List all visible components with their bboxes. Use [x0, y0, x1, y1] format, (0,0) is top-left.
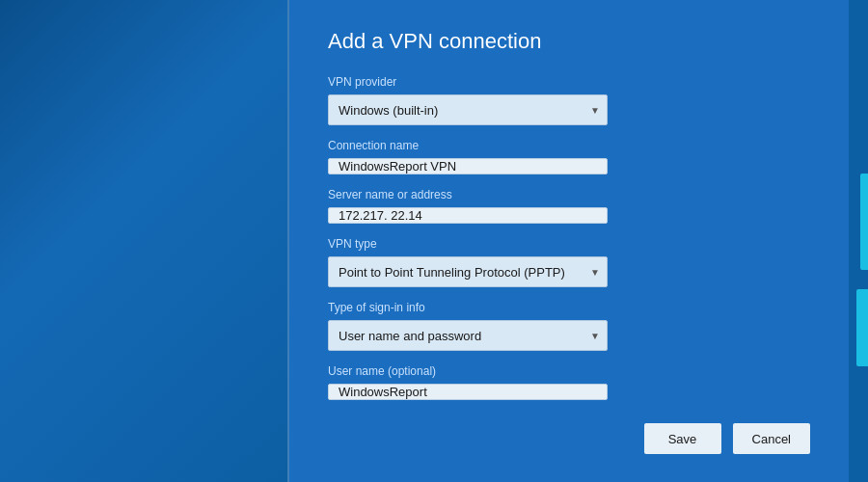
buttons-row: Save Cancel	[328, 400, 810, 454]
server-address-label: Server name or address	[328, 188, 810, 201]
cancel-button[interactable]: Cancel	[733, 423, 810, 454]
vpn-panel: Add a VPN connection VPN provider Window…	[289, 0, 849, 482]
page-title: Add a VPN connection	[328, 29, 810, 54]
save-button[interactable]: Save	[644, 423, 721, 454]
accent-bar-top	[860, 174, 868, 270]
sign-in-info-select[interactable]: User name and password	[328, 320, 608, 351]
username-input[interactable]	[328, 384, 608, 400]
connection-name-input[interactable]	[328, 158, 608, 174]
username-label: User name (optional)	[328, 364, 810, 378]
vpn-provider-select[interactable]: Windows (built-in)	[328, 94, 608, 125]
vpn-provider-label: VPN provider	[328, 75, 810, 89]
side-accent-strip	[849, 0, 868, 482]
connection-name-label: Connection name	[328, 139, 810, 152]
background-left	[0, 0, 287, 482]
sign-in-info-wrapper[interactable]: User name and password ▼	[328, 320, 608, 351]
vpn-provider-wrapper[interactable]: Windows (built-in) ▼	[328, 94, 608, 125]
accent-bar-bottom	[856, 289, 868, 366]
sign-in-info-label: Type of sign-in info	[328, 301, 810, 314]
vpn-type-wrapper[interactable]: Point to Point Tunneling Protocol (PPTP)…	[328, 256, 608, 287]
vpn-type-label: VPN type	[328, 237, 810, 251]
server-address-input[interactable]	[328, 207, 608, 224]
vpn-type-select[interactable]: Point to Point Tunneling Protocol (PPTP)	[328, 256, 608, 287]
